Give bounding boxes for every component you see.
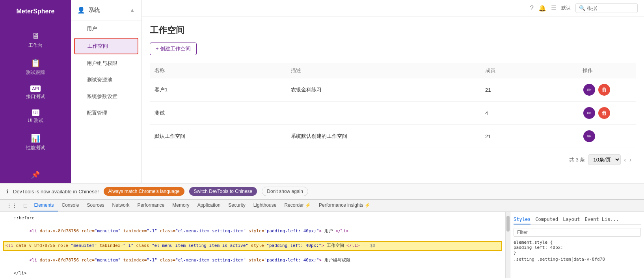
switch-chinese-button[interactable]: Switch DevTools to Chinese <box>189 187 257 196</box>
workspace-table: 名称 描述 成员 操作 客户1 农银金科练习 21 ✏ <box>150 63 636 148</box>
notification-icon[interactable]: 🔔 <box>538 4 546 12</box>
tab-recorder[interactable]: Recorder ⚡ <box>280 200 315 211</box>
api-testing-icon: API <box>30 85 41 92</box>
sidebar-item-workbench[interactable]: 🖥 工作台 <box>0 27 71 54</box>
tab-network[interactable]: Network <box>108 200 134 211</box>
styles-element-rule: element.style { <box>514 240 553 245</box>
devtools-scrollbar[interactable] <box>505 212 510 278</box>
delete-button[interactable]: 🗑 <box>598 84 610 96</box>
code-attr: tabindex= <box>97 243 123 249</box>
nav-item-test-resource-pool[interactable]: 测试资源池 <box>71 72 141 88</box>
devtools-toggle-icon[interactable]: ⋮⋮ <box>3 200 20 211</box>
row-members: 4 <box>480 102 578 125</box>
code-line-user: <li data-v-8fd78756 role="menuitem" tabi… <box>3 222 502 241</box>
create-workspace-button[interactable]: + 创建工作空间 <box>150 43 197 55</box>
row-actions: ✏ 🗑 <box>578 102 636 125</box>
main-area: MeterSphere 🖥 工作台 📋 测试跟踪 API 接口测试 UI UI … <box>0 0 644 183</box>
code-dollar: == $0 <box>359 243 375 249</box>
secondary-nav-header: 👤 系统 ▲ <box>71 0 141 20</box>
tab-styles[interactable]: Styles <box>514 215 530 224</box>
tab-memory[interactable]: Memory <box>168 200 193 211</box>
tab-lighthouse[interactable]: Lighthouse <box>249 200 281 211</box>
nav-item-workspace[interactable]: 工作空间 <box>74 38 138 54</box>
code-val: "el-menu-item setting-item is-active" <box>152 243 248 249</box>
styles-filter[interactable] <box>514 228 641 237</box>
styles-filter-input[interactable] <box>517 230 637 235</box>
search-input[interactable] <box>587 5 634 11</box>
devtools-styles-panel: Styles Computed Layout Event Lis... elem… <box>510 212 644 278</box>
user-avatar[interactable]: 默认 <box>561 5 571 11</box>
row-desc <box>286 102 481 125</box>
secondary-nav-title: 系统 <box>88 6 100 14</box>
sidebar-item-test-tracking[interactable]: 📋 测试跟踪 <box>0 54 71 81</box>
styles-tabs: Styles Computed Layout Event Lis... <box>514 215 641 225</box>
tab-event-listeners[interactable]: Event Lis... <box>585 215 619 224</box>
tab-application[interactable]: Application <box>194 200 225 211</box>
styles-rule-close: } <box>514 250 516 255</box>
app-logo: MeterSphere <box>13 4 59 19</box>
code-line-close-li: </li> <box>3 270 502 277</box>
workbench-icon: 🖥 <box>32 32 39 41</box>
prev-page-button[interactable]: ‹ <box>624 156 626 163</box>
col-header-desc: 描述 <box>286 63 481 78</box>
sidebar-item-perf-testing[interactable]: 📊 性能测试 <box>0 129 71 156</box>
tab-layout[interactable]: Layout <box>563 215 580 224</box>
code-line-highlighted[interactable]: <li data-v-8fd78756 role="menuitem" tabi… <box>3 241 502 251</box>
row-members: 21 <box>480 125 578 148</box>
per-page-select[interactable]: 10条/页 <box>588 154 621 165</box>
tab-console[interactable]: Console <box>58 200 83 211</box>
sidebar-item-label: 工作台 <box>28 42 43 49</box>
nav-item-users[interactable]: 用户 <box>71 20 141 37</box>
system-icon: 👤 <box>77 6 85 14</box>
tab-computed[interactable]: Computed <box>535 215 558 224</box>
ui-testing-icon: UI <box>32 109 39 116</box>
row-actions: ✏ <box>578 125 636 148</box>
code-attr: data-v-8fd78756 <box>13 243 55 249</box>
search-box[interactable]: 🔍 <box>575 3 638 13</box>
devtools-inspect-icon[interactable]: □ <box>20 200 30 211</box>
styles-rule-setting: .setting .setting-item[data-v-8fd78 <box>514 257 641 262</box>
row-desc: 系统默认创建的工作空间 <box>286 125 481 148</box>
devtools-panel: ⋮⋮ □ Elements Console Sources Network Pe… <box>0 199 644 278</box>
edit-button[interactable]: ✏ <box>583 107 595 119</box>
nav-item-groups-perms[interactable]: 用户组与权限 <box>71 55 141 72</box>
search-icon: 🔍 <box>579 5 585 11</box>
sidebar-item-ui-testing[interactable]: UI UI 测试 <box>0 105 71 129</box>
row-actions: ✏ 🗑 <box>578 78 636 102</box>
scrollbar-thumb[interactable] <box>506 216 510 232</box>
code-tag-open: <li <box>6 243 13 249</box>
delete-button[interactable]: 🗑 <box>598 107 610 119</box>
dont-show-again-button[interactable]: Don't show again <box>262 187 308 196</box>
row-name: 测试 <box>150 102 286 125</box>
tab-sources[interactable]: Sources <box>83 200 108 211</box>
row-name: 默认工作空间 <box>150 125 286 148</box>
edit-button[interactable]: ✏ <box>583 84 595 96</box>
nav-item-config-mgmt[interactable]: 配置管理 <box>71 105 141 121</box>
devtools-code-area[interactable]: ::before <li data-v-8fd78756 role="menui… <box>0 212 505 278</box>
sidebar-item-label: 测试跟踪 <box>26 69 45 76</box>
tab-perf-insights[interactable]: Performance insights ⚡ <box>315 200 374 211</box>
styles-padding-prop: padding-left: 40px; <box>514 245 563 250</box>
pagination-total: 共 3 条 <box>569 156 585 163</box>
row-name: 客户1 <box>150 78 286 102</box>
main-content: 工作空间 + 创建工作空间 名称 描述 成员 操作 客户1 <box>142 17 644 183</box>
nav-item-system-params[interactable]: 系统参数设置 <box>71 88 141 105</box>
tab-performance[interactable]: Performance <box>134 200 169 211</box>
table-row: 默认工作空间 系统默认创建的工作空间 21 ✏ <box>150 125 636 148</box>
secondary-nav: 👤 系统 ▲ 用户 工作空间 用户组与权限 测试资源池 系统参数设置 配置管理 <box>71 0 142 183</box>
edit-button[interactable]: ✏ <box>583 130 595 142</box>
collapse-icon[interactable]: ▲ <box>129 7 135 13</box>
styles-rule-element: element.style { padding-left: 40px; } <box>514 240 641 255</box>
pin-icon[interactable]: 📌 <box>27 167 44 183</box>
sidebar-item-api-testing[interactable]: API 接口测试 <box>0 81 71 105</box>
tab-security[interactable]: Security <box>224 200 249 211</box>
code-line-groups: <li data-v-8fd78756 role="menuitem" tabi… <box>3 251 502 271</box>
code-attr: class= <box>134 243 152 249</box>
menu-icon[interactable]: ☰ <box>551 4 557 12</box>
sidebar: MeterSphere 🖥 工作台 📋 测试跟踪 API 接口测试 UI UI … <box>0 0 71 183</box>
col-header-name: 名称 <box>150 63 286 78</box>
next-page-button[interactable]: › <box>629 156 631 163</box>
help-icon[interactable]: ? <box>530 5 534 12</box>
match-language-button[interactable]: Always match Chrome's language <box>104 187 184 196</box>
tab-elements[interactable]: Elements <box>30 200 58 211</box>
